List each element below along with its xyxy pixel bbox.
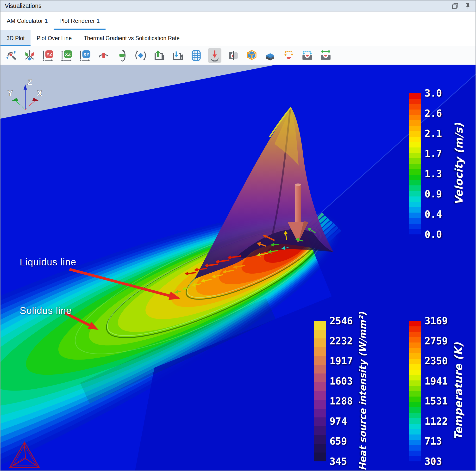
float-window-icon[interactable] <box>452 3 458 9</box>
bounding-box-view-icon[interactable] <box>245 48 258 63</box>
view-plane-xz-icon[interactable]: XZ <box>60 48 73 63</box>
melt-pool-width-measure-icon[interactable] <box>282 48 295 63</box>
view-plane-yz-icon[interactable]: YZ <box>41 48 55 63</box>
plot-toolbar: YZ XZ XY <box>0 46 476 65</box>
colorbar-tick-label: 3169 <box>425 315 448 326</box>
rotate-view-icon[interactable] <box>4 48 18 63</box>
colorbar-tick-label: 974 <box>330 416 347 427</box>
cross-section-view-icon[interactable] <box>226 48 240 63</box>
colorbar-heat-source-title: Heat source intensity (W/mm²) <box>356 319 370 463</box>
colorbar-tick-label: 2232 <box>330 336 353 347</box>
annotation-solidus-line: Solidus line <box>20 305 72 316</box>
colorbar-tick-label: 1917 <box>330 356 353 367</box>
colorbar-tick-label: 0.4 <box>425 209 442 220</box>
colorbar-tick-label: 1941 <box>425 376 448 387</box>
isometric-view-icon[interactable] <box>23 48 36 63</box>
svg-text:XZ: XZ <box>65 52 71 57</box>
titlebar: Visualizations <box>0 0 476 12</box>
visualizations-window: Visualizations AM Calculator 1 Plot Rend… <box>0 0 476 471</box>
subtab-plot-over-line[interactable]: Plot Over Line <box>31 30 78 46</box>
svg-text:XY: XY <box>84 52 90 57</box>
subtab-thermal-gradient-vs-solidification-rate[interactable]: Thermal Gradient vs Solidification Rate <box>78 30 186 46</box>
colorbar-temperature-title: Temperature (K) <box>451 321 465 461</box>
colorbar-heat-source-scale <box>314 321 326 461</box>
colorbar-tick-label: 1603 <box>330 376 353 387</box>
tab-am-calculator-1[interactable]: AM Calculator 1 <box>1 12 54 30</box>
colorbar-tick-label: 3.0 <box>425 88 442 99</box>
save-camera-view-icon[interactable] <box>153 48 166 63</box>
melt-pool-3d-scene[interactable]: Z Y X <box>0 65 476 471</box>
axis-label-z: Z <box>27 78 32 86</box>
colorbar-tick-label: 345 <box>330 456 347 467</box>
melt-pool-depth-measure-icon[interactable] <box>301 48 314 63</box>
subtab-3d-plot[interactable]: 3D Plot <box>0 30 31 46</box>
colorbar-tick-label: 0.9 <box>425 189 442 200</box>
colorbar-tick-label: 659 <box>330 436 347 447</box>
colorbar-velocity-title: Velocity (m/s) <box>451 93 466 234</box>
colorbar-tick-label: 2759 <box>425 336 448 347</box>
load-camera-view-icon[interactable] <box>171 48 184 63</box>
colorbar-tick-label: 2.1 <box>425 128 442 139</box>
view-plane-xy-icon[interactable]: XY <box>78 48 92 63</box>
subtab-bar: 3D Plot Plot Over Line Thermal Gradient … <box>0 30 476 46</box>
rotate-around-y-icon[interactable] <box>115 48 129 63</box>
melt-pool-probe-line-icon[interactable] <box>319 48 332 63</box>
annotation-liquidus-line: Liquidus line <box>20 257 76 268</box>
colorbar-tick-label: 713 <box>425 436 442 447</box>
rotate-around-z-icon[interactable] <box>134 48 147 63</box>
colorbar-velocity-ticks: 3.02.62.11.71.30.90.40.0 <box>425 93 456 234</box>
colorbar-tick-label: 1288 <box>330 396 353 407</box>
colorbar-temperature-scale <box>409 321 421 461</box>
view-normal-to-melt-pool-icon[interactable] <box>208 48 221 63</box>
rotate-around-x-icon[interactable] <box>97 48 110 63</box>
colorbar-tick-label: 2.6 <box>425 108 442 119</box>
plot-3d-viewport[interactable]: Z Y X Liquidus line Solidus line 3.02.62… <box>0 65 476 471</box>
colorbar-tick-label: 2546 <box>330 315 353 326</box>
colorbar-velocity-scale <box>409 93 421 234</box>
colorbar-tick-label: 2350 <box>425 356 448 367</box>
colorbar-tick-label: 0.0 <box>425 229 442 240</box>
axis-label-x: X <box>37 89 42 97</box>
toggle-grid-icon[interactable] <box>189 48 203 63</box>
colorbar-tick-label: 1531 <box>425 396 448 407</box>
tab-bar: AM Calculator 1 Plot Renderer 1 <box>0 12 476 30</box>
window-title: Visualizations <box>5 2 41 9</box>
colorbar-tick-label: 303 <box>425 456 442 467</box>
tab-plot-renderer-1[interactable]: Plot Renderer 1 <box>54 12 105 30</box>
pin-window-icon[interactable] <box>465 3 471 9</box>
axis-label-y: Y <box>8 89 13 97</box>
colorbar-tick-label: 1.7 <box>425 148 442 159</box>
colorbar-tick-label: 1.3 <box>425 168 442 179</box>
colorbar-tick-label: 1122 <box>425 416 448 427</box>
slab-view-icon[interactable] <box>263 48 277 63</box>
svg-text:YZ: YZ <box>46 52 52 57</box>
